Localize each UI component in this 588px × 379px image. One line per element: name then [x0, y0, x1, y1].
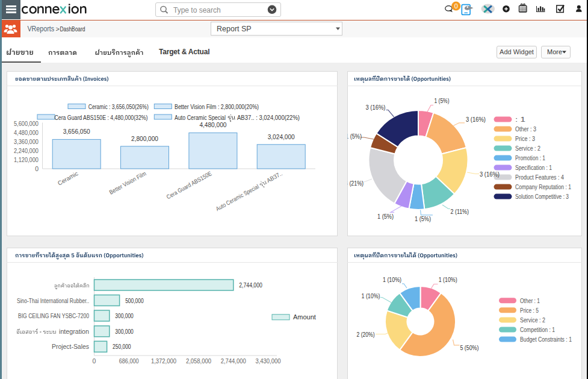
svg-text:2,744,000: 2,744,000: [221, 357, 246, 365]
svg-text:3,360,000: 3,360,000: [14, 138, 39, 145]
svg-text:Company Reputation : 1: Company Reputation : 1: [515, 183, 571, 190]
svg-text:1 (5%): 1 (5%): [345, 133, 362, 140]
svg-text:2,240,000: 2,240,000: [14, 147, 39, 154]
svg-text:0: 0: [92, 357, 96, 365]
svg-text:1 (5%): 1 (5%): [415, 215, 431, 222]
svg-text:1 (10%): 1 (10%): [383, 276, 401, 283]
svg-text:3 (16%): 3 (16%): [480, 171, 500, 178]
svg-text:300,000: 300,000: [115, 328, 134, 335]
svg-text:Solution Competitive : 3: Solution Competitive : 3: [515, 193, 569, 200]
svg-text:3 (16%): 3 (16%): [466, 116, 486, 123]
svg-text:VReports: VReports: [28, 24, 55, 33]
svg-text:4,480,000: 4,480,000: [14, 129, 39, 136]
svg-text:integration: integration: [59, 328, 89, 335]
svg-text:3,656,050: 3,656,050: [63, 128, 90, 135]
svg-text:4 (21%): 4 (21%): [345, 180, 364, 187]
svg-text:AB37..: AB37..: [265, 170, 283, 184]
svg-text:2,800,000: 2,800,000: [131, 135, 158, 142]
svg-text:5 (50%): 5 (50%): [460, 344, 478, 351]
svg-text:Specification : 1: Specification : 1: [515, 164, 552, 171]
svg-text:2 (20%): 2 (20%): [357, 331, 375, 338]
svg-text:1,120,000: 1,120,000: [14, 156, 39, 163]
svg-text:5,600,000: 5,600,000: [14, 120, 39, 127]
svg-text:250,000: 250,000: [113, 343, 131, 350]
svg-text:Ceramic : 3,656,050(26%): Ceramic : 3,656,050(26%): [88, 103, 149, 110]
svg-text:300,000: 300,000: [115, 312, 134, 319]
svg-text:2,744,000: 2,744,000: [239, 281, 262, 289]
svg-text:Price : 3: Price : 3: [515, 135, 535, 142]
svg-text:>: >: [56, 25, 60, 33]
svg-text:2 (11%): 2 (11%): [451, 208, 469, 215]
svg-text:BIG CEILING FAN YSBC-7200: BIG CEILING FAN YSBC-7200: [18, 312, 89, 319]
svg-text:Amount: Amount: [293, 313, 316, 321]
svg-text:: 1: : 1: [515, 116, 525, 123]
svg-text:3 (16%): 3 (16%): [366, 104, 386, 111]
svg-text:Better Vision Film: Better Vision Film: [108, 170, 147, 196]
svg-text:Auto Ceramic Special: Auto Ceramic Special: [175, 114, 226, 121]
svg-text:0: 0: [35, 165, 39, 172]
svg-text:Service : 2: Service : 2: [515, 145, 540, 152]
svg-text:4,480,000: 4,480,000: [199, 121, 226, 128]
svg-text:1,372,000: 1,372,000: [151, 357, 176, 365]
svg-text:Other : 1: Other : 1: [520, 297, 540, 304]
svg-text:1 (10%): 1 (10%): [362, 292, 380, 299]
svg-text:1 (5%): 1 (5%): [435, 97, 450, 104]
svg-text:1 (5%): 1 (5%): [377, 213, 394, 220]
svg-text:Sino-Thai International Rubber: Sino-Thai International Rubber..: [17, 297, 89, 304]
svg-text:Promotion : 1: Promotion : 1: [515, 154, 545, 161]
svg-text:1 (10%): 1 (10%): [439, 276, 457, 283]
svg-text:Cera Guard ABS150E : 4,480,000: Cera Guard ABS150E : 4,480,000(32%): [55, 114, 148, 121]
svg-text:Budget Constraints : 1: Budget Constraints : 1: [520, 336, 572, 343]
svg-text:Competition : 1: Competition : 1: [520, 326, 555, 333]
svg-text:Better Vision Film : 2,800,000: Better Vision Film : 2,800,000(20%): [175, 103, 259, 110]
svg-text:AB37.. : 3,024,000(22%): AB37.. : 3,024,000(22%): [237, 114, 300, 121]
svg-text:500,000: 500,000: [125, 297, 144, 304]
svg-text:Ceramic: Ceramic: [57, 170, 79, 187]
svg-text:3,024,000: 3,024,000: [268, 133, 295, 140]
svg-text:Auto Ceramic Special: Auto Ceramic Special: [215, 183, 260, 212]
svg-text:3,430,000: 3,430,000: [256, 357, 281, 365]
svg-text:0: 0: [454, 2, 458, 10]
svg-text:DashBoard: DashBoard: [60, 25, 85, 33]
svg-text:Cera Guard ABS150E: Cera Guard ABS150E: [166, 170, 213, 200]
svg-text:Product Features : 4: Product Features : 4: [515, 174, 564, 181]
svg-text:2,058,000: 2,058,000: [186, 357, 211, 365]
svg-text:Service : 2: Service : 2: [520, 316, 545, 324]
svg-text:Other : 3: Other : 3: [515, 125, 536, 133]
svg-text:686,000: 686,000: [119, 357, 139, 365]
svg-text:Project-Sales: Project-Sales: [52, 343, 89, 350]
svg-text:Price : 5: Price : 5: [520, 307, 539, 314]
